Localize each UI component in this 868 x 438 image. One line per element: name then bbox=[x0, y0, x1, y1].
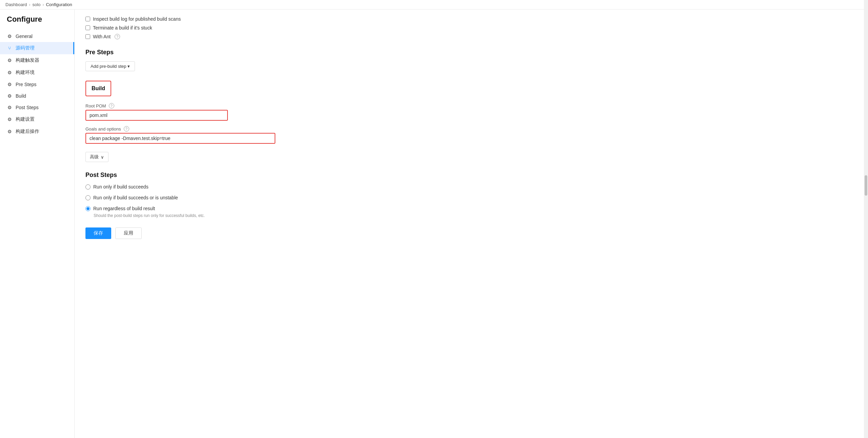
poststep-icon: ⚙ bbox=[7, 105, 12, 110]
apply-button[interactable]: 应用 bbox=[115, 227, 142, 239]
build-icon: ⚙ bbox=[7, 93, 12, 99]
breadcrumb-current: Configuration bbox=[46, 2, 72, 7]
main-layout: Configure General ⑂ 源码管理 ⚙ 构建触发器 ⚙ 构建环境 … bbox=[0, 9, 868, 438]
add-pre-build-step-button[interactable]: Add pre-build step ▾ bbox=[85, 61, 135, 71]
build-title-box: Build bbox=[85, 81, 111, 96]
sidebar-item-poststeps[interactable]: ⚙ Post Steps bbox=[0, 102, 74, 113]
sidebar-label-build: Build bbox=[16, 93, 26, 99]
top-bar: Dashboard › solo › Configuration bbox=[0, 0, 868, 9]
main-content: Inspect build log for published build sc… bbox=[75, 9, 868, 438]
footer-buttons: 保存 应用 bbox=[85, 227, 857, 246]
sidebar-label-source: 源码管理 bbox=[16, 45, 35, 51]
run-success-row: Run only if build succeeds bbox=[85, 184, 857, 190]
save-button[interactable]: 保存 bbox=[85, 227, 111, 239]
root-pom-input[interactable] bbox=[85, 110, 228, 121]
post-steps-section: Post Steps Run only if build succeeds Ru… bbox=[85, 172, 857, 218]
gear-icon bbox=[7, 34, 12, 39]
inspect-build-log-checkbox[interactable] bbox=[85, 17, 90, 21]
with-ant-help-icon[interactable]: ? bbox=[115, 34, 120, 39]
sidebar-item-trigger[interactable]: ⚙ 构建触发器 bbox=[0, 54, 74, 66]
advanced-button[interactable]: 高级 ∨ bbox=[85, 152, 108, 162]
run-always-row: Run regardless of build result bbox=[85, 206, 857, 211]
sidebar-label-poststeps: Post Steps bbox=[16, 105, 39, 110]
build-title: Build bbox=[92, 85, 105, 91]
postaction-icon: ⚙ bbox=[7, 129, 12, 134]
run-success-unstable-radio[interactable] bbox=[85, 195, 91, 200]
sidebar-title: Configure bbox=[0, 15, 74, 31]
sidebar-item-settings[interactable]: ⚙ 构建设置 bbox=[0, 113, 74, 125]
pre-steps-section: Pre Steps Add pre-build step ▾ bbox=[85, 49, 857, 71]
with-ant-checkbox[interactable] bbox=[85, 34, 90, 39]
goals-help-icon[interactable]: ? bbox=[124, 126, 129, 132]
trigger-icon: ⚙ bbox=[7, 58, 12, 63]
root-pom-group: Root POM ? bbox=[85, 103, 425, 121]
breadcrumb-sep-2: › bbox=[42, 2, 44, 7]
env-icon: ⚙ bbox=[7, 70, 12, 75]
run-success-unstable-row: Run only if build succeeds or is unstabl… bbox=[85, 195, 857, 200]
advanced-chevron-icon: ∨ bbox=[101, 155, 104, 160]
run-always-label: Run regardless of build result bbox=[93, 206, 155, 211]
scrollbar-thumb[interactable] bbox=[865, 175, 867, 196]
terminate-stuck-row: Terminate a build if it's stuck bbox=[85, 25, 857, 31]
build-section: Build Root POM ? Goals and options ? 高级 … bbox=[85, 81, 857, 162]
advanced-label: 高级 bbox=[90, 154, 99, 160]
sidebar-item-presteps[interactable]: ⚙ Pre Steps bbox=[0, 79, 74, 90]
goals-options-group: Goals and options ? bbox=[85, 126, 425, 144]
sidebar-item-postactions[interactable]: ⚙ 构建后操作 bbox=[0, 125, 74, 138]
post-steps-title: Post Steps bbox=[85, 172, 857, 179]
root-pom-help-icon[interactable]: ? bbox=[109, 103, 114, 108]
scrollbar-track bbox=[864, 0, 868, 438]
breadcrumb-dashboard[interactable]: Dashboard bbox=[5, 2, 27, 7]
with-ant-label: With Ant bbox=[93, 34, 111, 39]
sidebar-item-general[interactable]: General bbox=[0, 31, 74, 42]
inspect-build-log-label: Inspect build log for published build sc… bbox=[93, 16, 181, 22]
sidebar-label-settings: 构建设置 bbox=[16, 116, 35, 122]
sidebar-label-trigger: 构建触发器 bbox=[16, 57, 39, 63]
with-ant-row: With Ant ? bbox=[85, 34, 857, 39]
branch-icon: ⑂ bbox=[7, 45, 12, 51]
inspect-build-log-row: Inspect build log for published build sc… bbox=[85, 16, 857, 22]
top-checkboxes-section: Inspect build log for published build sc… bbox=[85, 16, 857, 39]
run-success-label: Run only if build succeeds bbox=[93, 184, 149, 190]
terminate-stuck-label: Terminate a build if it's stuck bbox=[93, 25, 152, 31]
settings-icon: ⚙ bbox=[7, 117, 12, 122]
run-always-radio[interactable] bbox=[85, 206, 91, 211]
sidebar-label-postactions: 构建后操作 bbox=[16, 128, 39, 135]
run-success-unstable-label: Run only if build succeeds or is unstabl… bbox=[93, 195, 178, 200]
pre-steps-title: Pre Steps bbox=[85, 49, 857, 56]
goals-options-label: Goals and options ? bbox=[85, 126, 425, 132]
breadcrumb: Dashboard › solo › Configuration bbox=[5, 2, 72, 7]
sidebar-label-env: 构建环境 bbox=[16, 69, 35, 76]
breadcrumb-sep-1: › bbox=[29, 2, 31, 7]
root-pom-label: Root POM ? bbox=[85, 103, 425, 108]
sidebar-item-source[interactable]: ⑂ 源码管理 bbox=[0, 42, 74, 54]
terminate-stuck-checkbox[interactable] bbox=[85, 25, 90, 30]
prestep-icon: ⚙ bbox=[7, 82, 12, 87]
sidebar-label-presteps: Pre Steps bbox=[16, 82, 36, 87]
breadcrumb-solo[interactable]: solo bbox=[33, 2, 41, 7]
goals-options-input[interactable] bbox=[85, 133, 275, 144]
sidebar-item-build[interactable]: ⚙ Build bbox=[0, 90, 74, 102]
sidebar-label-general: General bbox=[16, 34, 33, 39]
sidebar-item-env[interactable]: ⚙ 构建环境 bbox=[0, 66, 74, 79]
add-pre-build-step-label: Add pre-build step ▾ bbox=[91, 64, 130, 69]
run-always-hint: Should the post-build steps run only for… bbox=[94, 213, 857, 218]
sidebar: Configure General ⑂ 源码管理 ⚙ 构建触发器 ⚙ 构建环境 … bbox=[0, 9, 75, 438]
run-success-radio[interactable] bbox=[85, 184, 91, 190]
